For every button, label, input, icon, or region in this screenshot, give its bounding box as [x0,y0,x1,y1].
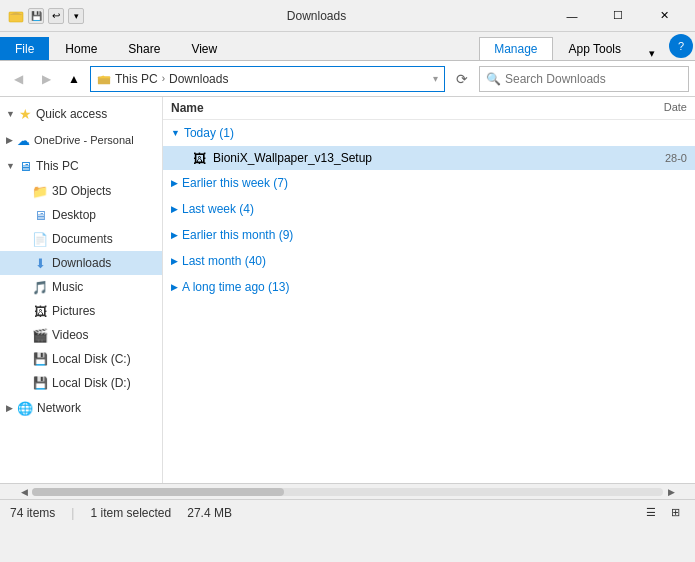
sidebar-item-downloads[interactable]: ⬇ Downloads [0,251,162,275]
downloads-icon: ⬇ [32,255,48,271]
quick-access-chevron: ▼ [6,109,15,119]
tab-file[interactable]: File [0,37,49,60]
sidebar-item-quick-access[interactable]: ▼ ★ Quick access [0,101,162,127]
earlier-month-chevron: ▶ [171,230,178,240]
this-pc-chevron: ▼ [6,161,15,171]
view-details-btn[interactable]: ☰ [641,503,661,523]
quick-access-label: Quick access [36,107,107,121]
last-month-chevron: ▶ [171,256,178,266]
col-date-header: Date [607,101,687,115]
group-last-month[interactable]: ▶ Last month (40) [163,248,695,274]
title-bar: 💾 ↩ ▾ Downloads — ☐ ✕ [0,0,695,32]
horizontal-scrollbar[interactable]: ◀ ▶ [0,483,695,499]
status-bar: 74 items | 1 item selected 27.4 MB ☰ ⊞ [0,499,695,525]
bionix-file-date: 28-0 [627,152,687,164]
maximize-button[interactable]: ☐ [595,0,641,32]
tab-app-tools[interactable]: App Tools [554,37,636,60]
last-month-label: Last month (40) [182,254,266,268]
sidebar: ▼ ★ Quick access ▶ ☁ OneDrive - Personal… [0,97,163,483]
ribbon: File Home Share View Manage App Tools ▾ … [0,32,695,61]
scroll-right-btn[interactable]: ▶ [663,484,679,500]
quick-access-toolbar-undo[interactable]: ↩ [48,8,64,24]
long-time-ago-label: A long time ago (13) [182,280,289,294]
music-label: Music [52,280,83,294]
help-button[interactable]: ? [669,34,693,58]
network-label: Network [37,401,81,415]
scrollbar-thumb[interactable] [32,488,284,496]
quick-access-toolbar-dropdown[interactable]: ▾ [68,8,84,24]
last-week-chevron: ▶ [171,204,178,214]
refresh-button[interactable]: ⟳ [449,66,475,92]
quick-access-icon: ★ [19,106,32,122]
sidebar-item-videos[interactable]: 🎬 Videos [0,323,162,347]
minimize-button[interactable]: — [549,0,595,32]
path-this-pc[interactable]: This PC [115,72,158,86]
title-bar-left: 💾 ↩ ▾ [8,8,84,24]
sidebar-item-desktop[interactable]: 🖥 Desktop [0,203,162,227]
close-button[interactable]: ✕ [641,0,687,32]
tab-home[interactable]: Home [50,37,112,60]
window-controls: — ☐ ✕ [549,0,687,32]
onedrive-label: OneDrive - Personal [34,134,134,146]
today-chevron: ▼ [171,128,180,138]
tab-share[interactable]: Share [113,37,175,60]
network-chevron: ▶ [6,403,13,413]
sidebar-item-local-disk-c[interactable]: 💾 Local Disk (C:) [0,347,162,371]
view-controls: ☰ ⊞ [641,503,685,523]
search-input[interactable] [505,72,682,86]
group-last-week[interactable]: ▶ Last week (4) [163,196,695,222]
earlier-month-label: Earlier this month (9) [182,228,293,242]
group-long-time-ago[interactable]: ▶ A long time ago (13) [163,274,695,300]
scroll-left-btn[interactable]: ◀ [16,484,32,500]
back-button[interactable]: ◀ [6,67,30,91]
downloads-label: Downloads [52,256,111,270]
sidebar-item-network[interactable]: ▶ 🌐 Network [0,395,162,421]
address-path[interactable]: This PC › Downloads ▾ [90,66,445,92]
last-week-label: Last week (4) [182,202,254,216]
sidebar-item-documents[interactable]: 📄 Documents [0,227,162,251]
group-earlier-month[interactable]: ▶ Earlier this month (9) [163,222,695,248]
3d-objects-icon: 📁 [32,183,48,199]
folder-address-icon [97,72,111,86]
quick-access-toolbar-save[interactable]: 💾 [28,8,44,24]
bionix-file-name: BioniX_Wallpaper_v13_Setup [213,151,621,165]
forward-button[interactable]: ▶ [34,67,58,91]
main-layout: ▼ ★ Quick access ▶ ☁ OneDrive - Personal… [0,97,695,483]
pictures-label: Pictures [52,304,95,318]
sidebar-item-pictures[interactable]: 🖼 Pictures [0,299,162,323]
path-dropdown-btn[interactable]: ▾ [433,73,438,84]
sidebar-item-3d-objects[interactable]: 📁 3D Objects [0,179,162,203]
window-title-area: Downloads [84,9,549,23]
music-icon: 🎵 [32,279,48,295]
onedrive-chevron: ▶ [6,135,13,145]
sidebar-item-onedrive[interactable]: ▶ ☁ OneDrive - Personal [0,127,162,153]
3d-objects-label: 3D Objects [52,184,111,198]
search-box[interactable]: 🔍 [479,66,689,92]
group-earlier-week[interactable]: ▶ Earlier this week (7) [163,170,695,196]
up-button[interactable]: ▲ [62,67,86,91]
group-today[interactable]: ▼ Today (1) [163,120,695,146]
local-disk-c-label: Local Disk (C:) [52,352,131,366]
sidebar-item-local-disk-d[interactable]: 💾 Local Disk (D:) [0,371,162,395]
scrollbar-track[interactable] [32,488,663,496]
tab-view[interactable]: View [176,37,232,60]
file-list: ▼ Today (1) 🖼 BioniX_Wallpaper_v13_Setup… [163,120,695,483]
item-count: 74 items [10,506,55,520]
sidebar-item-this-pc[interactable]: ▼ 🖥 This PC [0,153,162,179]
content-header: Name Date [163,97,695,120]
local-disk-d-icon: 💾 [32,375,48,391]
sidebar-item-music[interactable]: 🎵 Music [0,275,162,299]
view-large-icons-btn[interactable]: ⊞ [665,503,685,523]
app-icon [8,8,24,24]
today-label: Today (1) [184,126,234,140]
tab-manage[interactable]: Manage [479,37,552,60]
file-row-bionix[interactable]: 🖼 BioniX_Wallpaper_v13_Setup 28-0 [163,146,695,170]
path-downloads[interactable]: Downloads [169,72,228,86]
videos-label: Videos [52,328,88,342]
ribbon-collapse-btn[interactable]: ▾ [637,47,667,60]
this-pc-label: This PC [36,159,79,173]
earlier-week-chevron: ▶ [171,178,178,188]
address-bar: ◀ ▶ ▲ This PC › Downloads ▾ ⟳ 🔍 [0,61,695,97]
network-icon: 🌐 [17,401,33,416]
onedrive-icon: ☁ [17,133,30,148]
